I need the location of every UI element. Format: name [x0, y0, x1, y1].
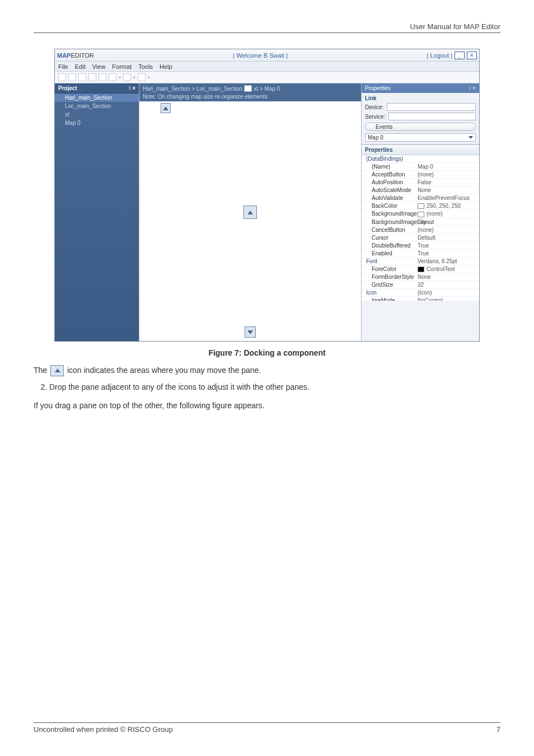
panel-title: Project: [58, 85, 77, 91]
service-field[interactable]: [388, 113, 476, 120]
logout-link[interactable]: | Logout |: [427, 52, 452, 59]
zoom-icon[interactable]: [109, 73, 116, 81]
breadcrumb: xt > Map 0: [254, 86, 280, 92]
menu-file[interactable]: File: [58, 63, 68, 70]
dock-center-icon[interactable]: [243, 206, 257, 219]
object-select[interactable]: Map 0: [365, 133, 476, 142]
toolbar: • • •: [55, 72, 479, 83]
menubar: File Edit View Format Tools Help: [55, 62, 479, 72]
tree-item[interactable]: Loc_main_Section: [55, 102, 139, 110]
dock-indicator-icon: [50, 365, 64, 376]
body-text: If you drag a pane on top of the other, …: [34, 400, 500, 411]
page-header: User Manual for MAP Editor: [34, 22, 500, 33]
page-number: 7: [496, 725, 500, 734]
app-logo: MAPEDITOR: [57, 52, 94, 59]
design-canvas[interactable]: Hari_main_Section > Loc_main_Section xt …: [139, 83, 362, 341]
app-screenshot: MAPEDITOR | Welcome B Swati | | Logout |…: [54, 49, 480, 342]
undo-icon[interactable]: [123, 73, 131, 81]
footer-left: Uncontrolled when printed © RISCO Group: [34, 725, 173, 734]
menu-format[interactable]: Format: [112, 63, 132, 70]
hint-text: Note: On changing map size re-organize e…: [139, 94, 361, 101]
redo-icon[interactable]: [138, 73, 146, 81]
events-button[interactable]: Events: [365, 123, 476, 131]
paste-icon[interactable]: [88, 73, 96, 81]
breadcrumb: Hari_main_Section > Loc_main_Section: [143, 86, 242, 92]
tree-item[interactable]: Map 0: [55, 119, 139, 127]
tool-icon[interactable]: [58, 73, 66, 81]
minimize-icon[interactable]: _: [455, 52, 465, 59]
menu-help[interactable]: Help: [160, 63, 172, 70]
tree-item[interactable]: Hari_main_Section: [55, 94, 139, 102]
menu-tools[interactable]: Tools: [138, 63, 153, 70]
cut-icon[interactable]: [68, 73, 76, 81]
dock-target-icon[interactable]: [244, 85, 252, 92]
grid-header: Properties: [362, 144, 479, 155]
panel-title: Properties: [365, 85, 391, 91]
pin-icon[interactable]: ⁝ ×: [129, 85, 135, 91]
project-panel: Project ⁝ × Hari_main_Section Loc_main_S…: [55, 83, 139, 341]
device-field[interactable]: [387, 103, 476, 111]
doc-title: User Manual for MAP Editor: [410, 22, 500, 31]
delete-icon[interactable]: [99, 73, 106, 81]
close-icon[interactable]: ✕: [467, 52, 477, 59]
pin-icon[interactable]: ⁝ ×: [469, 85, 476, 91]
menu-view[interactable]: View: [92, 63, 106, 70]
copy-icon[interactable]: [78, 73, 86, 81]
step-item: Drop the pane adjacent to any of the ico…: [49, 382, 500, 393]
figure-caption: Figure 7: Docking a component: [34, 348, 500, 357]
chevron-down-icon: [469, 136, 473, 139]
body-text: The icon indicates the areas where you m…: [34, 365, 500, 376]
dock-bottom-icon[interactable]: [245, 326, 256, 338]
property-grid[interactable]: (DataBindings) (Name)Map 0 AcceptButton(…: [362, 155, 479, 301]
link-label: Link: [365, 95, 476, 101]
tree-item[interactable]: xt: [55, 110, 139, 119]
menu-edit[interactable]: Edit: [75, 63, 86, 70]
properties-panel: Properties ⁝ × Link Device: Service: Eve…: [362, 83, 479, 341]
welcome-text: | Welcome B Swati |: [233, 52, 288, 59]
dock-target-icon[interactable]: [161, 103, 171, 113]
